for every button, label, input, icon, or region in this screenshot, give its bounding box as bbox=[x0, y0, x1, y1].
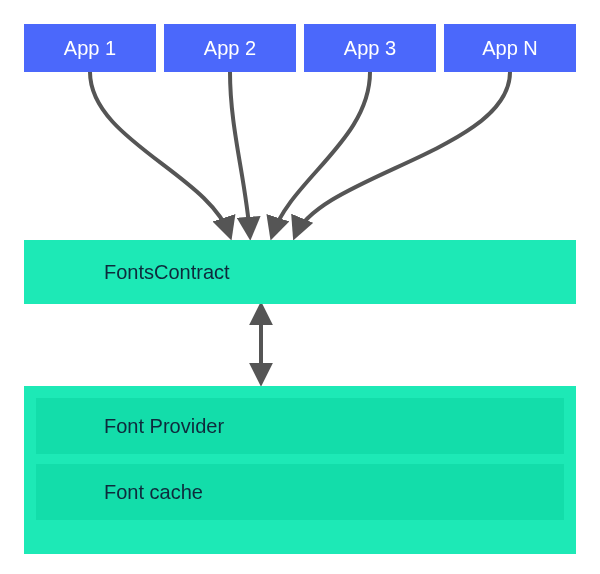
app-label: App 1 bbox=[64, 37, 116, 60]
font-provider-box: Font Provider bbox=[36, 398, 564, 454]
app-box-3: App 3 bbox=[304, 24, 436, 72]
app-label: App 3 bbox=[344, 37, 396, 60]
fonts-contract-box: FontsContract bbox=[24, 240, 576, 304]
diagram-canvas: App 1 App 2 App 3 App N FontsContract Fo… bbox=[0, 0, 600, 574]
arrow-appN-to-contracts bbox=[295, 72, 510, 236]
font-cache-label: Font cache bbox=[104, 481, 203, 504]
app-box-N: App N bbox=[444, 24, 576, 72]
arrow-app2-to-contracts bbox=[230, 72, 250, 236]
app-box-2: App 2 bbox=[164, 24, 296, 72]
arrow-app3-to-contracts bbox=[272, 72, 370, 236]
provider-block: Font Provider Font cache bbox=[24, 386, 576, 554]
app-label: App 2 bbox=[204, 37, 256, 60]
app-label: App N bbox=[482, 37, 538, 60]
arrow-app1-to-contracts bbox=[90, 72, 230, 236]
font-cache-box: Font cache bbox=[36, 464, 564, 520]
fonts-contract-label: FontsContract bbox=[104, 261, 230, 284]
font-provider-label: Font Provider bbox=[104, 415, 224, 438]
app-box-1: App 1 bbox=[24, 24, 156, 72]
